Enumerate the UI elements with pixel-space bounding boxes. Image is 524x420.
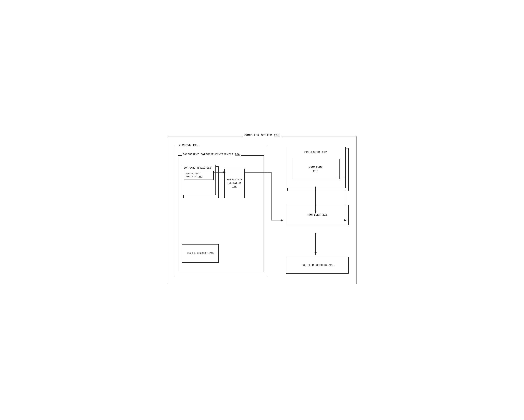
profiler-records-label: PROFILER RECORDS 222 [301, 263, 333, 267]
storage-text: STORAGE [179, 143, 191, 146]
shared-resource-label: SHARED RESOURCE 216 [187, 251, 214, 255]
sw-thread-title: SOFTWARE THREAD 210 [184, 167, 214, 169]
computer-system-number: 200 [274, 134, 280, 137]
synch-label: SYNCH STATE INDICATION214 [225, 178, 244, 189]
storage-number: 104 [193, 143, 198, 146]
storage-box: STORAGE 104 CONCURRENT SOFTWARE ENVIRONM… [174, 146, 268, 276]
shared-resource-box: SHARED RESOURCE 216 [182, 244, 219, 263]
storage-label: STORAGE 104 [178, 143, 199, 146]
counters-box: COUNTERS206 [292, 159, 340, 179]
tsi-box: THREAD STATE INDICATOR 212 [184, 171, 214, 180]
software-thread-stack: SOFTWARE THREAD 210 THREAD STATE INDICAT… [182, 165, 219, 198]
computer-system-label: COMPUTER SYSTEM 200 [243, 134, 281, 137]
cse-box: CONCURRENT SOFTWARE ENVIRONMENT 208 SOFT… [178, 155, 264, 272]
computer-system-title: COMPUTER SYSTEM [244, 134, 272, 137]
cse-text: CONCURRENT SOFTWARE ENVIRONMENT [183, 153, 233, 156]
profiler-box: PROFILER 218 [286, 205, 349, 225]
profiler-label: PROFILER 218 [307, 213, 328, 217]
sw-thread-main: SOFTWARE THREAD 210 THREAD STATE INDICAT… [182, 165, 216, 195]
processor-main: PROCESSOR 102 COUNTERS206 [286, 147, 346, 188]
diagram-page: COMPUTER SYSTEM 200 STORAGE 104 CONCURRE… [160, 129, 364, 291]
processor-label: PROCESSOR 102 [286, 151, 345, 154]
cse-label: CONCURRENT SOFTWARE ENVIRONMENT 208 [182, 153, 241, 156]
synch-state-box: SYNCH STATE INDICATION214 [224, 169, 245, 198]
counters-label: COUNTERS206 [309, 165, 323, 173]
computer-system-box: COMPUTER SYSTEM 200 STORAGE 104 CONCURRE… [168, 136, 357, 284]
cse-number: 208 [235, 153, 240, 156]
profiler-records-box: PROFILER RECORDS 222 [286, 257, 349, 274]
processor-stack: PROCESSOR 102 COUNTERS206 [286, 147, 349, 191]
